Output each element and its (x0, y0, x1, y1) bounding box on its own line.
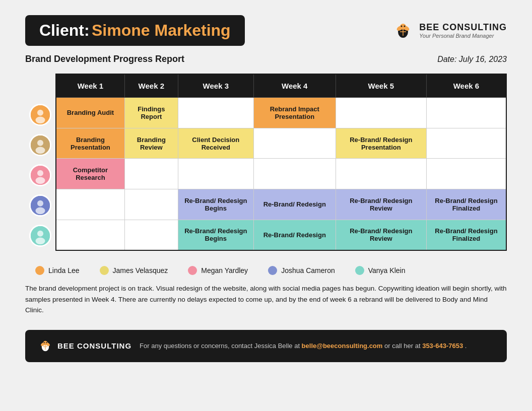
cell-r5-c5: Re-Brand/ Redesign Review (336, 220, 426, 250)
avatars-column (25, 100, 55, 251)
footer-phone: 353-643-7653 (422, 342, 463, 350)
week-header-4: Week 4 (253, 74, 336, 98)
legend: Linda LeeJames VelasquezMegan YardleyJos… (25, 266, 507, 275)
page: Client: Simone Marketing BEE CONSULTING … (0, 0, 532, 411)
cell-r3-c2 (124, 159, 178, 189)
table-row-2: Branding PresentationBranding ReviewClie… (56, 128, 506, 159)
cell-r3-c5 (336, 159, 426, 189)
table-row-4: Re-Brand/ Redesign BeginsRe-Brand/ Redes… (56, 189, 506, 220)
cell-r2-c1: Branding Presentation (56, 128, 124, 159)
week-header-3: Week 3 (178, 74, 253, 98)
footer: BEE CONSULTING For any questions or conc… (25, 330, 507, 362)
cell-r4-c4: Re-Brand/ Redesign (253, 189, 336, 220)
avatar-cell-4 (25, 190, 55, 221)
svg-point-29 (44, 342, 45, 343)
cell-r5-c4: Re-Brand/ Redesign (253, 220, 336, 250)
avatar-4 (29, 194, 51, 217)
schedule-table: Week 1Week 2Week 3Week 4Week 5Week 6 Bra… (55, 74, 507, 251)
footer-logo: BEE CONSULTING (37, 338, 131, 354)
avatar-2 (29, 134, 51, 156)
header: Client: Simone Marketing BEE CONSULTING … (25, 15, 507, 46)
bee-logo-icon (392, 20, 414, 42)
legend-label-3: Megan Yardley (201, 266, 248, 275)
footer-email[interactable]: belle@beeconsulting.com (302, 342, 383, 350)
table-row-5: Re-Brand/ Redesign BeginsRe-Brand/ Redes… (56, 220, 506, 250)
avatar-3 (29, 164, 51, 186)
legend-dot-3 (188, 266, 197, 275)
date-label: Date: July 16, 2023 (437, 55, 507, 64)
cell-r3-c4 (253, 159, 336, 189)
svg-point-6 (401, 25, 403, 27)
logo-area: BEE CONSULTING Your Personal Brand Manag… (392, 20, 507, 42)
cell-r3-c3 (178, 159, 253, 189)
logo-company-name: BEE CONSULTING (419, 22, 507, 33)
footer-text-after: . (465, 342, 467, 350)
footer-company-name: BEE CONSULTING (57, 341, 131, 350)
table-row-1: Branding AuditFindings ReportRebrand Imp… (56, 98, 506, 128)
legend-label-4: Joshua Cameron (281, 266, 335, 275)
footer-text-before: For any questions or concerns, contact J… (140, 342, 302, 350)
svg-point-16 (36, 177, 45, 184)
avatar-cell-1 (25, 100, 55, 130)
svg-point-21 (37, 231, 43, 237)
legend-dot-1 (35, 266, 44, 275)
svg-point-13 (36, 147, 45, 154)
legend-dot-5 (355, 266, 364, 275)
cell-r1-c4: Rebrand Impact Presentation (253, 98, 336, 128)
cell-r4-c5: Re-Brand/ Redesign Review (336, 189, 426, 220)
cell-r2-c2: Branding Review (124, 128, 178, 159)
legend-item-4: Joshua Cameron (268, 266, 335, 275)
cell-r1-c5 (336, 98, 426, 128)
legend-item-1: Linda Lee (35, 266, 80, 275)
subtitle-row: Brand Development Progress Report Date: … (25, 54, 507, 64)
week-header-5: Week 5 (336, 74, 426, 98)
cell-r5-c2 (124, 220, 178, 250)
svg-point-18 (37, 200, 43, 207)
description-text: The brand development project is on trac… (25, 283, 507, 316)
legend-dot-4 (268, 266, 277, 275)
cell-r2-c4 (253, 128, 336, 159)
logo-text: BEE CONSULTING Your Personal Brand Manag… (419, 22, 507, 39)
cell-r4-c2 (124, 189, 178, 220)
svg-point-26 (43, 341, 48, 346)
cell-r4-c6: Re-Brand/ Redesign Finalized (426, 189, 506, 220)
cell-r5-c6: Re-Brand/ Redesign Finalized (426, 220, 506, 250)
logo-tagline: Your Personal Brand Manager (419, 33, 507, 39)
svg-point-3 (400, 24, 406, 30)
report-title: Brand Development Progress Report (25, 54, 184, 64)
svg-point-19 (36, 207, 45, 214)
cell-r4-c3: Re-Brand/ Redesign Begins (178, 189, 253, 220)
legend-label-2: James Velasquez (113, 266, 168, 275)
svg-point-7 (404, 25, 406, 27)
cell-r3-c6 (426, 159, 506, 189)
svg-point-30 (46, 342, 47, 343)
cell-r2-c6 (426, 128, 506, 159)
table-container: Week 1Week 2Week 3Week 4Week 5Week 6 Bra… (25, 74, 507, 251)
avatar-cell-3 (25, 160, 55, 190)
footer-bee-icon (37, 338, 53, 354)
svg-point-10 (36, 116, 45, 123)
week-header-2: Week 2 (124, 74, 178, 98)
client-name: Simone Marketing (92, 21, 231, 39)
avatar-cell-5 (25, 221, 55, 251)
client-label: Client: (39, 21, 90, 39)
cell-r1-c6 (426, 98, 506, 128)
legend-label-1: Linda Lee (48, 266, 80, 275)
avatar-1 (29, 104, 51, 126)
week-header-1: Week 1 (56, 74, 124, 98)
cell-r1-c1: Branding Audit (56, 98, 124, 128)
client-title-box: Client: Simone Marketing (25, 15, 245, 46)
cell-r3-c1: Competitor Research (56, 159, 124, 189)
footer-text: For any questions or concerns, contact J… (140, 342, 467, 350)
avatar-5 (29, 225, 51, 247)
table-row-3: Competitor Research (56, 159, 506, 189)
cell-r1-c3 (178, 98, 253, 128)
cell-r4-c1 (56, 189, 124, 220)
svg-point-22 (36, 237, 45, 244)
legend-item-2: James Velasquez (100, 266, 168, 275)
week-header-6: Week 6 (426, 74, 506, 98)
cell-r1-c2: Findings Report (124, 98, 178, 128)
cell-r2-c3: Client Decision Received (178, 128, 253, 159)
avatar-cell-2 (25, 130, 55, 160)
svg-point-15 (37, 170, 43, 176)
